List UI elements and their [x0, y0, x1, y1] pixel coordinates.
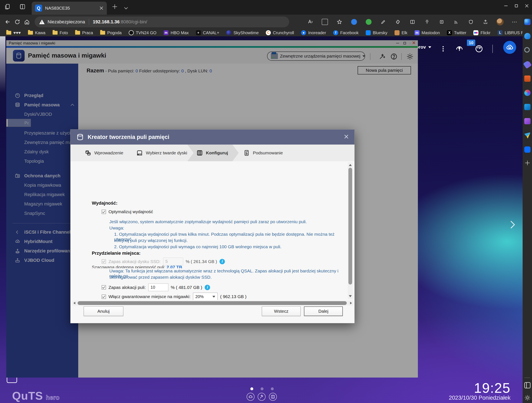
step-introduction[interactable]: Wprowadzenie: [85, 145, 123, 161]
v-scroll-thumb[interactable]: [348, 168, 352, 284]
window-maximize-button[interactable]: [511, 0, 522, 12]
sidebar-add-icon[interactable]: [524, 161, 531, 167]
pool-percent-input[interactable]: [148, 283, 168, 291]
snapshot-suffix: ( 962.13 GB ): [220, 294, 246, 299]
bookmark-link[interactable]: TVN24 GO: [129, 30, 157, 35]
split-screen-icon[interactable]: [408, 17, 417, 27]
home-icon[interactable]: [22, 17, 32, 27]
cancel-button[interactable]: Anuluj: [84, 306, 123, 316]
back-button[interactable]: Wstecz: [262, 306, 301, 316]
pool-info-icon[interactable]: i: [205, 285, 210, 290]
favorite-star-icon[interactable]: [335, 17, 344, 27]
vertical-scrollbar[interactable]: [348, 162, 353, 299]
bookmark-link[interactable]: XTwitter: [447, 30, 466, 35]
browser-essentials-icon[interactable]: [349, 17, 359, 27]
scroll-down-icon[interactable]: [349, 295, 352, 297]
window-minimize-button[interactable]: [501, 0, 511, 12]
pool-suffix: % ( 481.07 GB ): [171, 285, 202, 290]
adblock-shield-icon[interactable]: [364, 17, 374, 27]
folder-icon: [28, 31, 33, 35]
m365-icon[interactable]: [524, 90, 531, 96]
snapshot-percent-select[interactable]: 20%: [193, 293, 218, 300]
editor-pen-icon[interactable]: [379, 17, 388, 27]
scroll-right-icon[interactable]: [350, 302, 352, 304]
cast-icon[interactable]: [451, 17, 461, 27]
outlook-icon[interactable]: [524, 104, 531, 110]
horizontal-scrollbar[interactable]: [72, 301, 353, 306]
resource-info-icon[interactable]: [454, 44, 464, 54]
myqnapcloud-button[interactable]: [503, 41, 516, 54]
address-bar[interactable]: Niezabezpieczona 192.168.1.36:8080/cgi-b…: [35, 17, 289, 27]
shopping-tag-icon[interactable]: [523, 60, 532, 69]
collections-icon[interactable]: [437, 17, 446, 27]
bookmark-folder[interactable]: Pogoda: [100, 31, 122, 35]
designer-icon[interactable]: [524, 118, 531, 124]
toolbox-icon[interactable]: [524, 76, 531, 82]
wizard-header[interactable]: Kreator tworzenia puli pamięci: [70, 130, 355, 145]
extensions-puzzle-icon[interactable]: [393, 17, 403, 27]
wizard-close-icon[interactable]: [344, 134, 349, 140]
bookmark-link[interactable]: CCrunchyroll: [266, 30, 294, 35]
bookmark-link[interactable]: Flickr: [473, 30, 490, 35]
bookmark-link[interactable]: ●Inoreader: [301, 30, 326, 35]
h-scroll-thumb[interactable]: [78, 301, 347, 305]
bookmark-link[interactable]: Elk: [394, 30, 407, 35]
share-icon[interactable]: [481, 17, 490, 27]
step-select-disks[interactable]: Wybierz twarde dyski: [136, 145, 187, 161]
tab-close-icon[interactable]: [99, 6, 103, 10]
blue-app-icon[interactable]: [524, 146, 531, 153]
bookmark-link[interactable]: mMastodon: [415, 30, 440, 35]
settings-more-icon[interactable]: ⋯: [510, 17, 519, 27]
scroll-left-icon[interactable]: [73, 302, 75, 304]
tab-list-chevron-icon[interactable]: [121, 3, 131, 12]
scroll-up-icon[interactable]: [349, 164, 352, 166]
desktop-page-dot-1[interactable]: [250, 387, 253, 390]
bookmark-folder[interactable]: Praca: [75, 31, 93, 35]
dock-cloud-icon[interactable]: [247, 393, 254, 401]
bookmark-link[interactable]: SkyShowtime: [226, 30, 259, 35]
window-close-button[interactable]: [522, 0, 532, 12]
sidebar-bell-icon[interactable]: [524, 33, 531, 39]
sidebar-search-icon[interactable]: [524, 47, 530, 53]
bookmark-link[interactable]: fFacebook: [333, 30, 359, 35]
hd-badge-icon[interactable]: [320, 17, 330, 27]
read-aloud-icon[interactable]: [305, 17, 315, 27]
bookmark-link[interactable]: mHBO Max: [164, 30, 189, 35]
desktop-page-dot-3[interactable]: [271, 387, 274, 390]
profile-avatar[interactable]: [495, 17, 505, 27]
next-button[interactable]: Dalej: [304, 306, 343, 316]
dock-docs-icon[interactable]: [269, 393, 277, 401]
sidebar-settings-gear-icon[interactable]: [524, 395, 531, 401]
url-path[interactable]: :8080/cgi-bin/: [120, 19, 147, 25]
new-tab-button[interactable]: [110, 2, 119, 11]
more-options-icon[interactable]: [438, 44, 448, 54]
bookmark-folder[interactable]: ♥♥♥: [6, 31, 21, 35]
favorites-bar-icon[interactable]: [422, 17, 432, 27]
step-configure[interactable]: Konfiguruj: [196, 145, 228, 161]
desktop-page-dot-2[interactable]: [260, 387, 264, 390]
dock-tools-icon[interactable]: [258, 393, 266, 401]
back-icon[interactable]: [3, 17, 13, 27]
step-summary[interactable]: Podsumowanie: [243, 145, 283, 161]
copilot-icon[interactable]: [524, 19, 531, 25]
optimize-checkbox[interactable]: [101, 210, 106, 214]
sidebar-layout-icon[interactable]: [524, 382, 531, 388]
bookmark-link[interactable]: Bluesky: [366, 30, 387, 35]
bookmark-link[interactable]: +CANAL+: [196, 30, 219, 35]
security-label[interactable]: Niezabezpieczona: [48, 19, 85, 25]
dashboard-gauge-icon[interactable]: [474, 44, 484, 54]
workspaces-icon[interactable]: [3, 2, 12, 11]
ssd-info-icon[interactable]: i: [220, 259, 225, 264]
bookmark-folder[interactable]: Kawa: [28, 31, 45, 35]
tab-actions-icon[interactable]: [18, 2, 27, 11]
wallpaper-next-arrow-icon[interactable]: [507, 221, 515, 229]
snapshot-checkbox[interactable]: [101, 295, 106, 299]
pool-checkbox[interactable]: [101, 285, 106, 290]
insecure-warning-icon[interactable]: [39, 20, 45, 24]
bookmark-folder[interactable]: Foto: [53, 31, 68, 35]
url-host[interactable]: 192.168.1.36: [93, 19, 120, 25]
browser-tab[interactable]: NAS83CE35: [32, 2, 107, 15]
reload-icon[interactable]: [13, 17, 22, 27]
defender-shield-icon[interactable]: [466, 17, 476, 27]
drop-plane-icon[interactable]: [524, 132, 531, 139]
